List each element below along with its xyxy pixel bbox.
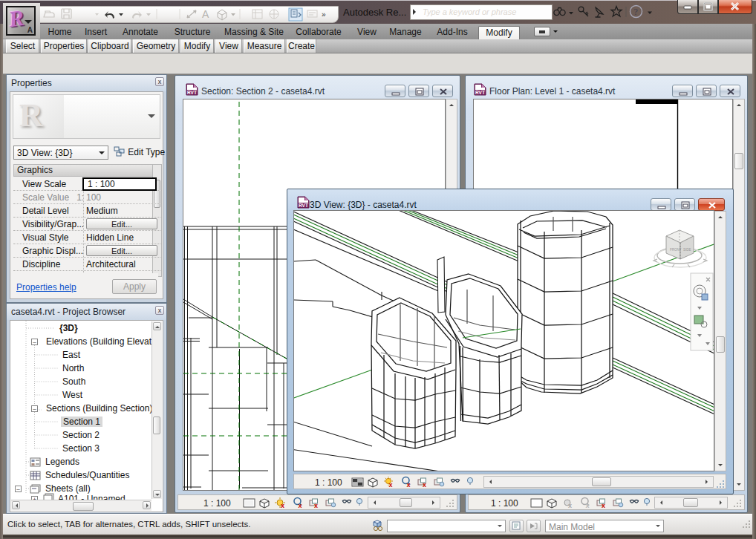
svg-text:RVT: RVT: [475, 90, 485, 95]
svg-text:x: x: [314, 502, 318, 509]
svg-text:x: x: [389, 481, 393, 489]
svg-text:x: x: [602, 502, 605, 509]
svg-text:x: x: [586, 502, 590, 509]
svg-text:x: x: [423, 481, 426, 489]
svg-text:SIDE: SIDE: [683, 248, 691, 252]
svg-text:x: x: [407, 481, 411, 489]
svg-text:A: A: [202, 8, 209, 20]
svg-text:RVT: RVT: [187, 90, 197, 95]
svg-text:?: ?: [634, 7, 638, 17]
svg-text:»: »: [322, 10, 326, 19]
svg-text:x: x: [281, 502, 284, 509]
svg-text:RVT: RVT: [299, 203, 308, 208]
svg-text:x: x: [299, 502, 302, 509]
svg-text:FRONT: FRONT: [670, 248, 682, 252]
svg-text:x: x: [568, 502, 572, 509]
